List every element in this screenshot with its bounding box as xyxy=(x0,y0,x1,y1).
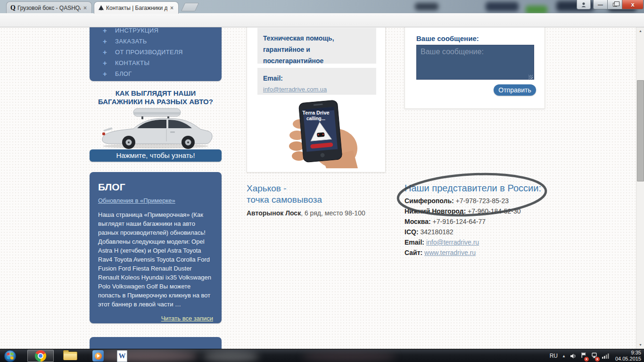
plus-icon: + xyxy=(103,48,115,56)
terra-drive-favicon-icon xyxy=(98,5,104,11)
show-me-button[interactable]: Нажмите, чтобы узнать! xyxy=(90,149,222,162)
taskbar-clock[interactable]: 9:35 04.05.2015 xyxy=(615,350,641,362)
scroll-up-icon[interactable]: ▲ xyxy=(636,27,644,35)
contact-row: ICQ: 342180182 xyxy=(405,228,521,239)
read-all-posts-link[interactable]: Читать все записи xyxy=(98,315,213,322)
email-link[interactable]: info@terradrive.com.ua xyxy=(263,86,327,93)
network-icon[interactable]: x xyxy=(591,352,598,360)
q-favicon-icon: Q xyxy=(10,4,16,12)
contact-row: Сайт: www.terradrive.ru xyxy=(405,249,521,259)
banner-title: КАК ВЫГЛЯДЯТ НАШИ БАГАЖНИКИ НА РАЗНЫХ АВ… xyxy=(90,89,222,106)
russia-email-link[interactable]: info@terradrive.ru xyxy=(426,239,479,246)
taskbar-explorer-button[interactable] xyxy=(63,351,77,361)
taskbar-glass-blur xyxy=(94,350,198,362)
new-tab-button[interactable] xyxy=(181,3,199,11)
start-button[interactable] xyxy=(4,350,17,362)
pickup-point-heading: Харьков - точка самовывоза xyxy=(247,183,322,206)
language-indicator[interactable]: RU xyxy=(550,353,558,359)
chrome-icon xyxy=(35,350,46,362)
tab-close-icon[interactable]: × xyxy=(83,5,88,11)
textarea-resize-handle[interactable] xyxy=(528,75,533,79)
signal-bars-icon[interactable] xyxy=(602,353,609,359)
taskbar-glass-blur xyxy=(302,351,396,362)
car-with-roofbox-image[interactable] xyxy=(96,106,215,149)
contact-row: Москва: +7-916-124-64-77 xyxy=(405,218,521,228)
plus-icon: + xyxy=(103,37,115,45)
contact-row: Симферополь: +7-978-723-85-23 xyxy=(405,197,521,207)
error-badge-icon: x xyxy=(584,357,589,362)
scrollbar-thumb[interactable] xyxy=(637,80,644,181)
sidebar-item-instructions[interactable]: +ИНСТРУКЦИЯ xyxy=(90,27,222,36)
play-icon xyxy=(97,354,100,358)
page-scrollbar[interactable]: ▲ ▼ xyxy=(636,27,644,349)
tab-contacts[interactable]: Контакты | Багажники дл × xyxy=(94,1,179,14)
sidebar-item-label: ЗАКАЗАТЬ xyxy=(115,38,147,45)
sidebar-item-order[interactable]: +ЗАКАЗАТЬ xyxy=(90,36,222,47)
scroll-down-icon[interactable]: ▼ xyxy=(636,341,644,349)
tab-cargo-box[interactable]: Q Грузовой бокс - QASHQA × xyxy=(6,1,92,14)
restore-button[interactable] xyxy=(608,0,622,9)
russia-contacts-list: Симферополь: +7-978-723-85-23 Нижний Нов… xyxy=(405,197,521,259)
tab-title: Грузовой бокс - QASHQA xyxy=(17,5,81,11)
contact-value: +7-916-124-64-77 xyxy=(433,218,486,225)
sidebar-item-label: КОНТАКТЫ xyxy=(115,59,149,66)
close-button[interactable]: x xyxy=(622,0,644,9)
tab-close-icon[interactable]: × xyxy=(169,5,174,11)
browser-toolbar xyxy=(0,13,644,27)
blog-excerpt: Наша страница «Примерочная» (Как выглядя… xyxy=(98,210,213,309)
plus-icon: + xyxy=(103,59,115,67)
send-button[interactable]: Отправить xyxy=(494,84,536,96)
media-player-icon xyxy=(95,353,102,360)
plus-icon: + xyxy=(103,27,115,34)
blog-title: БЛОГ xyxy=(98,181,213,193)
contact-label: Нижний Новгород: xyxy=(405,207,466,215)
email-block: Email: info@terradrive.com.ua xyxy=(257,68,376,95)
contact-label: Сайт: xyxy=(405,249,422,256)
russia-representatives-heading: Наши представители в России: xyxy=(405,183,541,194)
contact-info-card: Техническая помощь, гарантийное и послег… xyxy=(247,27,386,173)
pickup-address-detail: , 6 ряд, место 98-100 xyxy=(301,209,365,217)
folder-icon xyxy=(64,354,77,360)
sidebar-item-blog[interactable]: +БЛОГ xyxy=(90,68,222,79)
taskbar-chrome-button[interactable] xyxy=(27,350,54,362)
tab-strip: Q Грузовой бокс - QASHQA × Контакты | Ба… xyxy=(0,0,644,13)
taskbar-glass-blur xyxy=(203,351,259,362)
blog-widget: БЛОГ Обновления в «Примерке» Наша страни… xyxy=(90,172,222,323)
support-block: Техническая помощь, гарантийное и послег… xyxy=(257,28,376,64)
sidebar-item-label: БЛОГ xyxy=(115,70,132,77)
taskbar-media-player-button[interactable] xyxy=(92,350,104,362)
restore-icon xyxy=(613,3,617,7)
russia-site-link[interactable]: www.terradrive.ru xyxy=(424,249,476,256)
contact-label: ICQ: xyxy=(405,228,419,236)
clock-date: 04.05.2015 xyxy=(615,356,641,362)
taskbar-word-button[interactable]: W xyxy=(117,350,127,362)
windows-taskbar: W RU ▲ x x 9:35 04.05.2015 xyxy=(0,349,644,362)
error-badge-icon: x xyxy=(595,357,600,362)
sidebar-item-contacts[interactable]: +КОНТАКТЫ xyxy=(90,58,222,68)
page-viewport: +ИНСТРУКЦИЯ +ЗАКАЗАТЬ +ОТ ПРОИЗВОДИТЕЛЯ … xyxy=(0,27,644,349)
contact-label: Симферополь: xyxy=(405,197,454,205)
blog-post-link[interactable]: Обновления в «Примерке» xyxy=(98,197,175,204)
message-label: Ваше сообщение: xyxy=(416,34,479,42)
minimize-button[interactable]: — xyxy=(593,0,608,9)
contact-label: Email: xyxy=(405,239,424,246)
sidebar-item-label: ОТ ПРОИЗВОДИТЕЛЯ xyxy=(115,49,183,56)
contact-row: Нижний Новгород: +7-960-184-52-30 xyxy=(405,207,521,218)
volume-icon[interactable] xyxy=(570,353,577,359)
pickup-address: Авторынок Лоск, 6 ряд, место 98-100 xyxy=(247,209,365,217)
sidebar-item-label: ИНСТРУКЦИЯ xyxy=(115,27,158,34)
contact-row: Email: info@terradrive.ru xyxy=(405,239,521,249)
pickup-address-market: Авторынок Лоск xyxy=(247,209,301,217)
tray-expand-icon[interactable]: ▲ xyxy=(562,354,566,358)
message-textarea[interactable] xyxy=(416,45,534,80)
contact-value: +7-960-184-52-30 xyxy=(468,207,520,215)
tab-title: Контакты | Багажники дл xyxy=(106,5,167,11)
phone-screen-status: calling... xyxy=(297,116,335,121)
profile-button[interactable] xyxy=(577,0,591,9)
action-center-icon[interactable]: x xyxy=(581,352,587,360)
browser-window: Q Грузовой бокс - QASHQA × Контакты | Ба… xyxy=(0,0,644,349)
plus-icon: + xyxy=(103,70,115,78)
sidebar-item-from-manufacturer[interactable]: +ОТ ПРОИЗВОДИТЕЛЯ xyxy=(90,47,222,58)
clock-time: 9:35 xyxy=(615,350,641,356)
phone-screen-caller: Terra Drive xyxy=(297,110,335,115)
